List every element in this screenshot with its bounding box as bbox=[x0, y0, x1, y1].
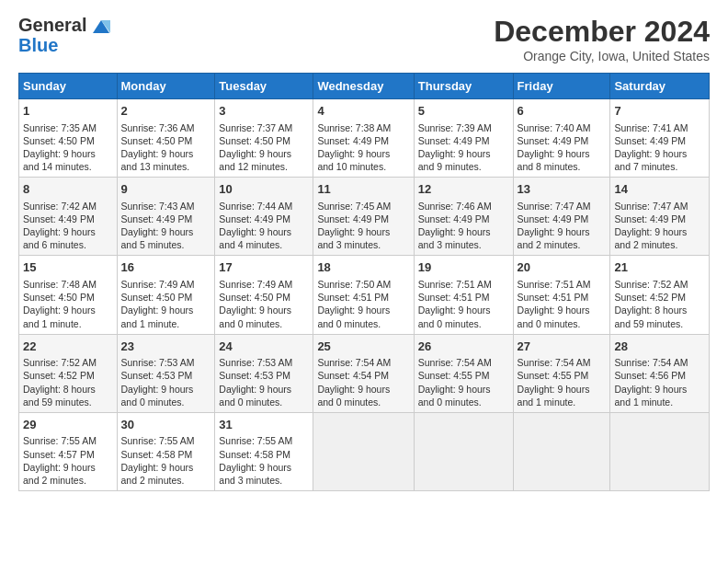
day-number: 26 bbox=[418, 339, 509, 355]
day-info: Sunset: 4:52 PM bbox=[614, 291, 705, 304]
day-info: Sunrise: 7:46 AM bbox=[418, 200, 509, 213]
calendar-table: SundayMondayTuesdayWednesdayThursdayFrid… bbox=[18, 73, 710, 491]
day-info: Sunset: 4:49 PM bbox=[121, 213, 211, 225]
calendar-cell: 22Sunrise: 7:52 AMSunset: 4:52 PMDayligh… bbox=[19, 334, 118, 412]
day-info: Daylight: 9 hours bbox=[518, 147, 607, 160]
day-info: Daylight: 9 hours bbox=[418, 147, 509, 160]
day-info: and 6 minutes. bbox=[23, 238, 113, 251]
day-info: and 2 minutes. bbox=[23, 474, 113, 487]
day-number: 11 bbox=[317, 181, 409, 198]
day-info: and 9 minutes. bbox=[418, 160, 509, 173]
day-info: Sunset: 4:50 PM bbox=[219, 291, 309, 304]
day-info: Sunrise: 7:54 AM bbox=[614, 356, 705, 369]
day-info: Sunrise: 7:51 AM bbox=[418, 278, 509, 291]
day-info: Sunset: 4:49 PM bbox=[518, 213, 607, 225]
day-number: 28 bbox=[614, 339, 705, 355]
day-number: 1 bbox=[23, 103, 113, 120]
day-info: Daylight: 9 hours bbox=[317, 225, 409, 238]
day-number: 23 bbox=[121, 339, 211, 355]
calendar-cell: 28Sunrise: 7:54 AMSunset: 4:56 PMDayligh… bbox=[610, 334, 710, 412]
day-number: 2 bbox=[121, 103, 211, 120]
day-info: and 3 minutes. bbox=[219, 474, 309, 487]
day-number: 12 bbox=[418, 181, 509, 198]
day-info: Daylight: 9 hours bbox=[121, 461, 211, 474]
calendar-cell: 16Sunrise: 7:49 AMSunset: 4:50 PMDayligh… bbox=[117, 256, 215, 334]
day-info: Sunset: 4:55 PM bbox=[518, 369, 607, 382]
column-header-thursday: Thursday bbox=[414, 74, 513, 99]
calendar-cell: 7Sunrise: 7:41 AMSunset: 4:49 PMDaylight… bbox=[610, 99, 710, 178]
day-info: Sunset: 4:54 PM bbox=[317, 369, 409, 382]
day-info: Daylight: 9 hours bbox=[23, 147, 113, 160]
day-info: Daylight: 9 hours bbox=[418, 225, 509, 238]
week-row-4: 22Sunrise: 7:52 AMSunset: 4:52 PMDayligh… bbox=[19, 334, 710, 412]
calendar-cell: 9Sunrise: 7:43 AMSunset: 4:49 PMDaylight… bbox=[117, 178, 215, 256]
day-info: Daylight: 9 hours bbox=[23, 225, 113, 238]
day-info: Sunrise: 7:53 AM bbox=[121, 356, 211, 369]
column-header-wednesday: Wednesday bbox=[313, 74, 414, 99]
day-number: 30 bbox=[121, 417, 211, 433]
logo-icon bbox=[88, 17, 114, 37]
day-info: Sunrise: 7:55 AM bbox=[23, 434, 113, 447]
day-number: 6 bbox=[518, 103, 607, 120]
page-container: General Blue December 2024 Orange City, … bbox=[0, 0, 728, 500]
day-info: and 0 minutes. bbox=[219, 317, 309, 330]
calendar-cell: 10Sunrise: 7:44 AMSunset: 4:49 PMDayligh… bbox=[215, 178, 313, 256]
day-number: 9 bbox=[121, 181, 211, 198]
day-info: Daylight: 9 hours bbox=[219, 383, 309, 396]
day-info: Sunset: 4:51 PM bbox=[317, 291, 409, 304]
calendar-cell: 4Sunrise: 7:38 AMSunset: 4:49 PMDaylight… bbox=[313, 99, 414, 178]
day-number: 29 bbox=[23, 417, 113, 433]
day-info: Sunset: 4:49 PM bbox=[317, 134, 409, 147]
day-info: and 59 minutes. bbox=[614, 317, 705, 330]
day-number: 24 bbox=[219, 339, 309, 355]
day-info: Sunrise: 7:55 AM bbox=[219, 434, 309, 447]
day-info: Daylight: 9 hours bbox=[121, 304, 211, 316]
day-info: and 14 minutes. bbox=[23, 160, 113, 173]
day-info: Sunrise: 7:54 AM bbox=[418, 356, 509, 369]
column-header-tuesday: Tuesday bbox=[215, 74, 313, 99]
day-number: 18 bbox=[317, 259, 409, 276]
calendar-cell: 31Sunrise: 7:55 AMSunset: 4:58 PMDayligh… bbox=[215, 412, 313, 490]
day-info: Sunrise: 7:52 AM bbox=[23, 356, 113, 369]
day-info: and 0 minutes. bbox=[317, 396, 409, 408]
day-info: Sunset: 4:55 PM bbox=[418, 369, 509, 382]
header-row: SundayMondayTuesdayWednesdayThursdayFrid… bbox=[19, 74, 710, 99]
day-info: Sunrise: 7:48 AM bbox=[23, 278, 113, 291]
day-number: 14 bbox=[614, 181, 705, 198]
day-info: Sunset: 4:53 PM bbox=[121, 369, 211, 382]
calendar-cell: 2Sunrise: 7:36 AMSunset: 4:50 PMDaylight… bbox=[117, 99, 215, 178]
day-info: and 5 minutes. bbox=[121, 238, 211, 251]
calendar-cell: 11Sunrise: 7:45 AMSunset: 4:49 PMDayligh… bbox=[313, 178, 414, 256]
day-number: 21 bbox=[614, 259, 705, 276]
day-info: Daylight: 9 hours bbox=[23, 304, 113, 316]
day-info: Sunrise: 7:36 AM bbox=[121, 121, 211, 134]
day-info: Sunset: 4:51 PM bbox=[418, 291, 509, 304]
day-info: and 0 minutes. bbox=[317, 317, 409, 330]
calendar-cell: 15Sunrise: 7:48 AMSunset: 4:50 PMDayligh… bbox=[19, 256, 118, 334]
day-info: Sunrise: 7:47 AM bbox=[614, 200, 705, 213]
day-info: Sunrise: 7:35 AM bbox=[23, 121, 113, 134]
day-info: Daylight: 9 hours bbox=[614, 225, 705, 238]
day-info: Sunset: 4:50 PM bbox=[219, 134, 309, 147]
day-info: and 0 minutes. bbox=[121, 396, 211, 408]
day-info: Daylight: 9 hours bbox=[518, 225, 607, 238]
day-info: and 12 minutes. bbox=[219, 160, 309, 173]
day-info: Daylight: 9 hours bbox=[317, 304, 409, 316]
column-header-friday: Friday bbox=[513, 74, 610, 99]
day-info: Sunrise: 7:45 AM bbox=[317, 200, 409, 213]
day-info: and 8 minutes. bbox=[518, 160, 607, 173]
day-info: Sunset: 4:49 PM bbox=[614, 134, 705, 147]
calendar-cell: 13Sunrise: 7:47 AMSunset: 4:49 PMDayligh… bbox=[513, 178, 610, 256]
day-number: 19 bbox=[418, 259, 509, 276]
day-number: 25 bbox=[317, 339, 409, 355]
day-info: and 10 minutes. bbox=[317, 160, 409, 173]
day-info: Sunrise: 7:44 AM bbox=[219, 200, 309, 213]
page-title: December 2024 bbox=[494, 15, 710, 49]
day-info: and 1 minute. bbox=[614, 396, 705, 408]
calendar-cell: 27Sunrise: 7:54 AMSunset: 4:55 PMDayligh… bbox=[513, 334, 610, 412]
day-info: Sunset: 4:57 PM bbox=[23, 448, 113, 461]
day-info: and 0 minutes. bbox=[418, 317, 509, 330]
calendar-cell: 18Sunrise: 7:50 AMSunset: 4:51 PMDayligh… bbox=[313, 256, 414, 334]
day-info: Sunset: 4:51 PM bbox=[518, 291, 607, 304]
day-info: Sunrise: 7:54 AM bbox=[518, 356, 607, 369]
